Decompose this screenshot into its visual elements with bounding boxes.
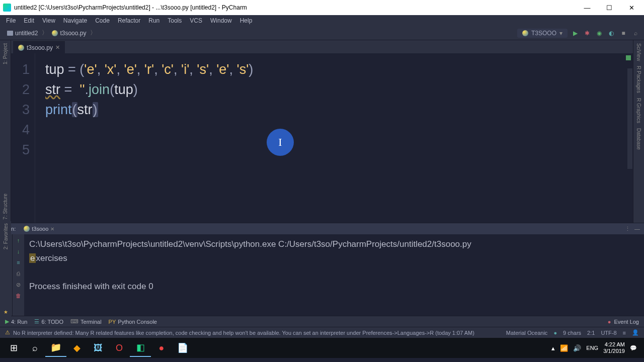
python-console-tool-tab[interactable]: PYPython Console <box>109 319 157 325</box>
profile-button[interactable]: ◐ <box>607 29 616 38</box>
print-button[interactable]: ⎙ <box>15 269 23 278</box>
python-icon <box>522 30 528 36</box>
menu-edit[interactable]: Edit <box>20 17 38 24</box>
menu-tools[interactable]: Tools <box>164 17 186 24</box>
annotation-cursor-icon: I <box>267 129 294 156</box>
run-tool-tab[interactable]: ▶4: Run <box>5 318 27 325</box>
run-settings-icon[interactable]: ⋮ <box>625 226 630 232</box>
status-bar: ⚠ No R interpreter defined: Many R relat… <box>0 327 644 338</box>
app-taskbar-icon[interactable]: 🖼 <box>88 339 109 357</box>
run-console[interactable]: C:\Users\t3so\PycharmProjects\untitled2\… <box>24 234 644 316</box>
breadcrumb-project[interactable]: untitled2 <box>4 30 41 37</box>
menu-window[interactable]: Window <box>206 17 236 24</box>
nav-bar: untitled2 〉 t3sooo.py 〉 T3SOOO ▾ ▶ ✱ ◉ ◐… <box>0 26 644 40</box>
inspections-icon[interactable]: 👤 <box>632 329 639 336</box>
run-button[interactable]: ▶ <box>571 29 580 38</box>
run-toolbar-secondary: ↑ ↓ ≡ ⎙ ⊘ 🗑 <box>12 234 24 316</box>
notepad-taskbar-icon[interactable]: 📄 <box>172 339 193 357</box>
pycharm-taskbar-icon[interactable]: ◧ <box>130 339 151 357</box>
record-taskbar-icon[interactable]: ● <box>151 339 172 357</box>
breadcrumb-sep: 〉 <box>89 29 97 37</box>
run-tool-window: Run: t3sooo ✕ ⋮ — ▶ ■ ‖ ≡ ✕ ↑ ↓ ≡ ⎙ ⊘ 🗑 … <box>0 223 644 316</box>
soft-wrap-button[interactable]: ≡ <box>15 258 23 266</box>
rgraphics-tool-button[interactable]: R Graphics <box>636 98 641 123</box>
event-log-button[interactable]: Event Log <box>614 319 639 325</box>
todo-tool-tab[interactable]: ☰6: TODO <box>34 318 63 325</box>
notification-icon[interactable]: ● <box>608 319 611 325</box>
warning-icon: ⚠ <box>5 329 10 336</box>
search-everywhere-button[interactable]: ⌕ <box>631 29 640 38</box>
menu-vcs[interactable]: VCS <box>186 17 206 24</box>
code-editor[interactable]: 12345 tup = ('e', 'x', 'e', 'r', 'c', 'i… <box>11 53 633 223</box>
folder-icon <box>7 31 13 36</box>
coverage-button[interactable]: ◉ <box>595 29 604 38</box>
menu-help[interactable]: Help <box>236 17 257 24</box>
python-file-icon <box>18 45 24 51</box>
maximize-button[interactable]: ☐ <box>603 4 616 12</box>
menu-refactor[interactable]: Refactor <box>114 17 144 24</box>
rpackages-tool-button[interactable]: R Packages <box>636 66 641 93</box>
run-config-selector[interactable]: T3SOOO ▾ <box>517 29 568 38</box>
hide-run-icon[interactable]: — <box>634 226 640 232</box>
editor-tab[interactable]: t3sooo.py ✕ <box>13 41 65 53</box>
start-button[interactable]: ⊞ <box>3 339 24 357</box>
line-gutter: 12345 <box>11 53 35 223</box>
trash-button[interactable]: 🗑 <box>15 292 23 300</box>
debug-button[interactable]: ✱ <box>583 29 592 38</box>
editor-scrollbar[interactable] <box>627 68 632 169</box>
database-tool-button[interactable]: Database <box>636 128 641 150</box>
python-file-icon <box>52 30 58 36</box>
python-icon <box>24 226 30 232</box>
inspection-indicator[interactable] <box>626 55 631 60</box>
editor-tabs: t3sooo.py ✕ <box>11 40 633 53</box>
cursor-position[interactable]: 2:1 <box>587 330 595 336</box>
clock[interactable]: 4:22 AM 3/1/2019 <box>603 341 625 354</box>
theme-widget[interactable]: Material Oceanic <box>506 330 548 336</box>
windows-taskbar: ⊞ ⌕ 📁 ◆ 🖼 O ◧ ● 📄 ▴ 📶 🔊 ENG 4:22 AM 3/1/… <box>0 338 644 358</box>
structure-tool-button[interactable]: 7: Structure <box>3 194 8 220</box>
console-command: C:\Users\t3so\PycharmProjects\untitled2\… <box>29 237 639 251</box>
search-button[interactable]: ⌕ <box>24 339 45 357</box>
network-icon[interactable]: 📶 <box>560 344 568 352</box>
char-count: 9 chars <box>563 330 581 336</box>
file-explorer-taskbar-icon[interactable]: 📁 <box>45 339 66 357</box>
opera-taskbar-icon[interactable]: O <box>109 339 130 357</box>
menu-code[interactable]: Code <box>91 17 114 24</box>
stop-button[interactable]: ■ <box>619 29 628 38</box>
code-content[interactable]: tup = ('e', 'x', 'e', 'r', 'c', 'i', 's'… <box>35 53 633 223</box>
sciview-tool-button[interactable]: SciView <box>636 43 641 61</box>
close-button[interactable]: ✕ <box>625 4 638 12</box>
minimize-button[interactable]: — <box>581 4 594 12</box>
left-tool-stripe: 1: Project 7: Structure <box>0 40 11 223</box>
breadcrumb-file[interactable]: t3sooo.py <box>49 30 89 37</box>
favorites-tool-button[interactable]: 2: Favorites <box>3 223 9 249</box>
breadcrumb-sep: 〉 <box>41 29 49 37</box>
scroll-down-button[interactable]: ↓ <box>15 247 23 255</box>
bottom-tool-bar: ▶4: Run ☰6: TODO ⌨Terminal PYPython Cons… <box>0 316 644 327</box>
menu-bar: File Edit View Navigate Code Refactor Ru… <box>0 15 644 26</box>
sublime-taskbar-icon[interactable]: ◆ <box>66 339 88 357</box>
menu-view[interactable]: View <box>38 17 59 24</box>
scroll-up-button[interactable]: ↑ <box>15 236 23 244</box>
project-tool-button[interactable]: 1: Project <box>3 43 8 64</box>
menu-run[interactable]: Run <box>144 17 164 24</box>
menu-navigate[interactable]: Navigate <box>59 17 91 24</box>
menu-file[interactable]: File <box>2 17 20 24</box>
code-line-3: print(str) <box>45 100 633 120</box>
console-exit: Process finished with exit code 0 <box>29 280 639 294</box>
close-run-tab-icon[interactable]: ✕ <box>50 226 54 232</box>
pycharm-icon <box>3 4 11 12</box>
run-tab[interactable]: t3sooo ✕ <box>21 226 57 232</box>
volume-icon[interactable]: 🔊 <box>573 344 581 352</box>
tray-overflow-icon[interactable]: ▴ <box>551 344 555 352</box>
title-bar: untitled2 [C:\Users\t3so\PycharmProjects… <box>0 0 644 15</box>
code-line-1: tup = ('e', 'x', 'e', 'r', 'c', 'i', 's'… <box>45 59 633 79</box>
notification-center-icon[interactable]: 💬 <box>630 345 637 351</box>
close-tab-icon[interactable]: ✕ <box>55 44 60 51</box>
encoding[interactable]: UTF-8 <box>601 330 616 336</box>
language-indicator[interactable]: ENG <box>586 345 598 351</box>
line-separator[interactable]: ≡ <box>623 330 626 336</box>
status-message[interactable]: No R interpreter defined: Many R related… <box>13 330 474 336</box>
clear-button[interactable]: ⊘ <box>15 281 23 289</box>
terminal-tool-tab[interactable]: ⌨Terminal <box>70 318 102 325</box>
